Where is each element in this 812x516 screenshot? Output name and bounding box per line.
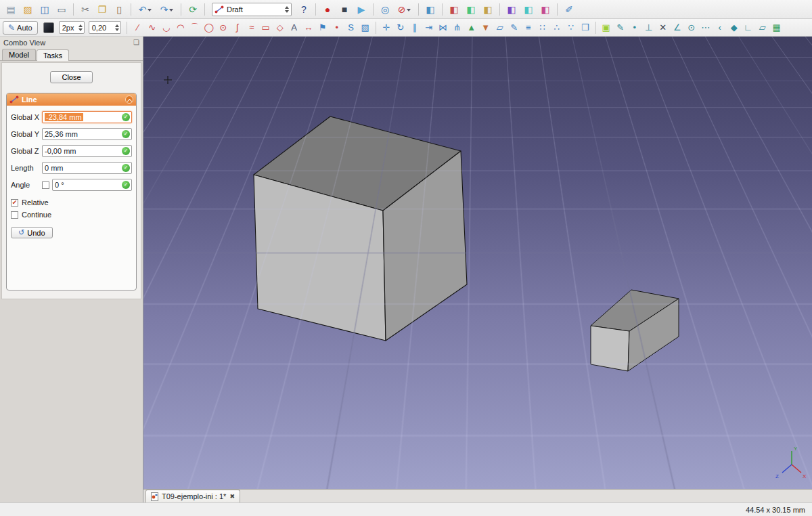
draft-fillet-icon[interactable]: ◡ — [160, 21, 173, 35]
redo-icon[interactable]: ↷ — [156, 2, 177, 17]
draft-text-icon[interactable]: A — [288, 21, 301, 35]
line-width-spinner[interactable]: 2px — [59, 21, 85, 34]
tab-tasks[interactable]: Tasks — [37, 49, 69, 61]
draft-point-icon[interactable]: • — [330, 21, 344, 35]
view-rear-icon[interactable]: ◧ — [503, 2, 520, 17]
view-bottom-icon[interactable]: ◧ — [520, 2, 537, 17]
draft-path-array-icon[interactable]: ∴ — [550, 21, 564, 35]
paste-icon[interactable]: ▯ — [111, 2, 127, 17]
snap-angle-icon[interactable]: ∠ — [671, 21, 684, 35]
draft-dimension-icon[interactable]: ↔ — [302, 21, 315, 35]
draft-join-icon[interactable]: ⋈ — [436, 21, 450, 35]
save-icon[interactable]: ◫ — [37, 2, 53, 17]
spinner-arrows[interactable] — [285, 4, 289, 15]
print-icon[interactable]: ▭ — [53, 2, 70, 17]
cut-icon[interactable]: ✂ — [77, 2, 93, 17]
clipping-plane-icon[interactable]: ⊘ — [394, 2, 415, 17]
draft-bezier-icon[interactable]: ≈ — [245, 21, 258, 35]
value-field[interactable]: 0 ° ✓ — [52, 179, 132, 191]
auto-plane-button[interactable]: ✎ Auto — [3, 21, 38, 35]
spinner-arrows[interactable] — [78, 22, 83, 33]
value-field[interactable]: -0,00 mm ✓ — [42, 145, 132, 157]
close-task-button[interactable]: Close — [50, 71, 92, 83]
draft-trimex-icon[interactable]: ⇥ — [422, 21, 436, 35]
draft-polygon-icon[interactable]: ◇ — [273, 21, 287, 35]
document-tab[interactable]: T09-ejemplo-ini : 1* ✖ — [145, 490, 240, 502]
relative-option[interactable]: ✔ Relative — [11, 198, 132, 207]
draft-point-array-icon[interactable]: ∵ — [564, 21, 578, 35]
draft-rectangle-icon[interactable]: ▭ — [259, 21, 273, 35]
draft-ellipse-icon[interactable]: ⊙ — [217, 21, 230, 35]
draft-clone-icon[interactable]: ❒ — [579, 21, 592, 35]
draft-arc-3points-icon[interactable]: ⌒ — [188, 21, 202, 35]
view-left-icon[interactable]: ◧ — [537, 2, 554, 17]
line-color-swatch[interactable] — [43, 22, 54, 33]
draft-upgrade-icon[interactable]: ▲ — [465, 21, 478, 35]
draft-arc-icon[interactable]: ◠ — [174, 21, 187, 35]
draft-edit-icon[interactable]: ✎ — [508, 21, 521, 35]
spinner-arrows[interactable] — [115, 22, 119, 33]
workbench-selector[interactable]: Draft — [212, 3, 292, 16]
value-field[interactable]: 0 mm ✓ — [42, 162, 132, 174]
collapse-icon[interactable] — [125, 95, 133, 104]
snap-intersection-icon[interactable]: ✕ — [656, 21, 670, 35]
draft-offset-icon[interactable]: ∥ — [408, 21, 422, 35]
snap-lock-icon[interactable]: ▣ — [600, 21, 613, 35]
draft-facebinder-icon[interactable]: ▧ — [359, 21, 372, 35]
angle-checkbox[interactable] — [42, 181, 49, 189]
draft-label-icon[interactable]: ⚑ — [316, 21, 330, 35]
macro-stop-icon[interactable]: ■ — [336, 2, 353, 17]
refresh-icon[interactable]: ⟳ — [185, 2, 201, 17]
snap-ortho-icon[interactable]: ∟ — [742, 21, 755, 35]
macro-record-icon[interactable]: ● — [319, 2, 336, 17]
tab-model[interactable]: Model — [2, 49, 36, 60]
draft-subelement-icon[interactable]: ≡ — [522, 21, 535, 35]
value-field[interactable]: 25,36 mm ✓ — [42, 128, 132, 140]
draft-shapestring-icon[interactable]: S — [344, 21, 358, 35]
draft-downgrade-icon[interactable]: ▼ — [479, 21, 493, 35]
copy-icon[interactable]: ❐ — [94, 2, 110, 17]
draft-rotate-icon[interactable]: ↻ — [394, 21, 407, 35]
large-cube[interactable] — [254, 116, 467, 341]
undo-icon[interactable]: ↶ — [135, 2, 156, 17]
separator — [557, 3, 558, 16]
draft-array-icon[interactable]: ∷ — [536, 21, 549, 35]
view-right-icon[interactable]: ◧ — [480, 2, 496, 17]
panel-float-icon[interactable]: ❏ — [133, 39, 139, 46]
view-isometric-icon[interactable]: ◧ — [422, 2, 438, 17]
draft-circle-icon[interactable]: ◯ — [202, 21, 216, 35]
view-front-icon[interactable]: ◧ — [446, 2, 462, 17]
snap-endpoint-icon[interactable]: ✎ — [614, 21, 627, 35]
snap-extension-icon[interactable]: ⋯ — [699, 21, 713, 35]
macro-play-icon[interactable]: ▶ — [353, 2, 369, 17]
line-task-header[interactable]: Line — [7, 93, 136, 106]
value-field[interactable]: -23,84 mm ✓ — [42, 111, 132, 123]
snap-perpendicular-icon[interactable]: ⊥ — [642, 21, 656, 35]
scale-spinner[interactable]: 0,20 — [89, 21, 121, 34]
snap-near-icon[interactable]: ‹ — [713, 21, 727, 35]
box-zoom-icon[interactable]: ◎ — [377, 2, 393, 17]
3d-viewport[interactable]: Y X Z — [143, 37, 812, 489]
view-top-icon[interactable]: ◧ — [463, 2, 479, 17]
snap-working-plane-icon[interactable]: ▱ — [756, 21, 769, 35]
measure-distance-icon[interactable]: ✐ — [561, 2, 577, 17]
snap-midpoint-icon[interactable]: • — [628, 21, 641, 35]
continue-option[interactable]: ✔ Continue — [11, 211, 132, 219]
open-file-icon[interactable]: ▨ — [20, 2, 36, 17]
draft-move-icon[interactable]: ✛ — [380, 21, 393, 35]
checkbox[interactable]: ✔ — [11, 211, 18, 219]
small-cube[interactable] — [591, 290, 679, 371]
checkbox[interactable]: ✔ — [11, 199, 18, 207]
draft-polyline-icon[interactable]: ∿ — [145, 21, 159, 35]
whatsthis-icon[interactable]: ? — [296, 2, 312, 17]
draft-split-icon[interactable]: ⋔ — [451, 21, 464, 35]
draft-line-icon[interactable]: ∕ — [131, 21, 145, 35]
undo-button[interactable]: ↺ Undo — [11, 227, 53, 238]
close-tab-icon[interactable]: ✖ — [229, 493, 235, 500]
snap-special-icon[interactable]: ◆ — [727, 21, 741, 35]
draft-scale-icon[interactable]: ▱ — [493, 21, 507, 35]
snap-center-icon[interactable]: ⊙ — [685, 21, 698, 35]
snap-grid-icon[interactable]: ▦ — [770, 21, 784, 35]
new-file-icon[interactable]: ▤ — [3, 2, 19, 17]
draft-bspline-icon[interactable]: ∫ — [231, 21, 244, 35]
